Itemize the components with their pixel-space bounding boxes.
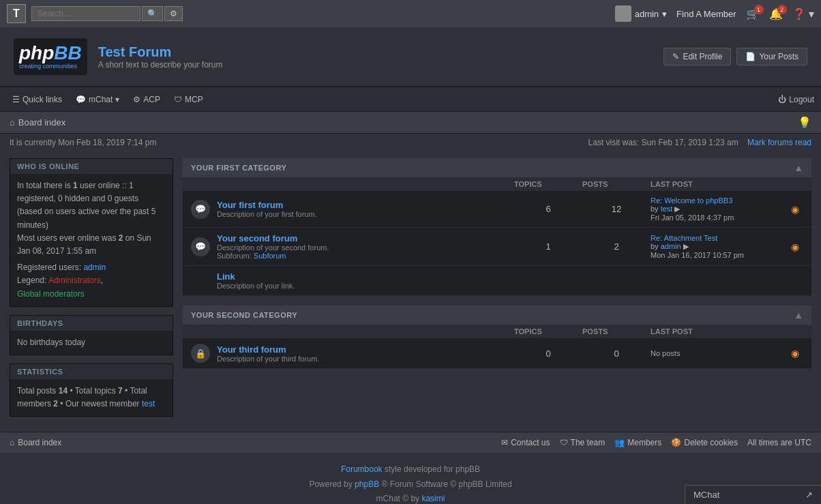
posts-count-1: 12 — [582, 204, 651, 214]
footer-bar: ⌂ Board index ✉ Contact us 🛡 The team 👥 … — [0, 432, 821, 453]
site-logo: T — [7, 4, 26, 23]
mcp-link[interactable]: 🛡 MCP — [168, 87, 209, 111]
posts-count-2: 2 — [582, 241, 651, 252]
acp-link[interactable]: ⚙ ACP — [128, 87, 166, 111]
forum-row-1: 💬 Your first forum Description of your f… — [183, 191, 811, 228]
forum-name-3[interactable]: Your third forum — [217, 344, 319, 355]
forum-info-3: 🔒 Your third forum Description of your t… — [191, 344, 514, 363]
legend-global-mod: Global moderators — [17, 289, 85, 299]
phpbb-link[interactable]: phpBB — [355, 479, 379, 489]
forum-icon-3: 🔒 — [191, 344, 210, 363]
forum-text-1: Your first forum Description of your fir… — [217, 200, 317, 218]
mark-forums-read-link[interactable]: Mark forums read — [747, 138, 811, 147]
delete-cookies-link[interactable]: 🍪 Delete cookies — [671, 438, 738, 447]
statistics-title: STATISTICS — [10, 364, 173, 379]
link-name-1[interactable]: Link — [217, 271, 235, 282]
search-input[interactable] — [31, 6, 140, 21]
collapse-cat2-icon[interactable]: ▲ — [794, 310, 803, 321]
phpbb-suffix: ® Forum Software © phpBB Limited — [381, 479, 511, 489]
edit-icon: ✎ — [672, 52, 679, 61]
category-1: YOUR FIRST CATEGORY ▲ TOPICS POSTS LAST … — [183, 158, 811, 296]
birthdays-title: BIRTHDAYS — [10, 316, 173, 331]
forum-desc-2: Description of your second forum. — [217, 243, 329, 252]
forum-row-2: 💬 Your second forum Description of your … — [183, 228, 811, 266]
the-team-link[interactable]: 🛡 The team — [560, 438, 606, 447]
last-visit-text: Last visit was: Sun Feb 17, 2019 1:23 am — [588, 138, 738, 147]
search-button[interactable]: 🔍 — [142, 6, 163, 21]
forum-info-1: 💬 Your first forum Description of your f… — [191, 200, 514, 219]
mchat-expand-button[interactable]: ↗ — [805, 490, 813, 500]
admin-user-menu[interactable]: admin ▾ — [615, 5, 667, 22]
phpbb-logo-text: phpBB — [19, 44, 82, 63]
who-online-title: WHO IS ONLINE — [10, 159, 173, 174]
posts-count-3: 0 — [582, 349, 651, 359]
birthdays-section: BIRTHDAYS No birthdays today — [10, 315, 173, 355]
feed-icon-1[interactable]: ◉ — [791, 204, 799, 215]
collapse-cat1-icon[interactable]: ▲ — [794, 162, 803, 173]
advanced-search-button[interactable]: ⚙ — [164, 6, 183, 21]
lastpost-col-header-2: LAST POST — [651, 327, 787, 336]
contact-us-link[interactable]: ✉ Contact us — [501, 438, 550, 447]
footer-board-index-link[interactable]: Board index — [18, 438, 61, 447]
acp-label: ACP — [143, 95, 160, 104]
admin-avatar — [615, 5, 631, 22]
forum-title-block: Test Forum A short text to describe your… — [98, 44, 223, 70]
last-post-2: Re: Attachment Test by admin ▶ Mon Jan 1… — [651, 234, 787, 259]
subforum-link-2[interactable]: Subforum — [254, 252, 286, 260]
last-post-by-1[interactable]: test — [661, 205, 673, 213]
logout-link[interactable]: ⏻ Logout — [778, 95, 814, 104]
forum-subtitle: A short text to describe your forum — [98, 60, 223, 70]
top-navigation: T 🔍 ⚙ admin ▾ Find A Member 🛒 1 🔔 2 ❓ ▾ — [0, 0, 821, 27]
last-post-title-1[interactable]: Re: Welcome to phpBB3 — [651, 196, 732, 205]
mchat-widget: MChat ↗ — [685, 485, 821, 504]
edit-profile-button[interactable]: ✎ Edit Profile — [663, 48, 731, 65]
feed-icon-3[interactable]: ◉ — [791, 348, 799, 359]
newest-member-link[interactable]: test — [142, 399, 155, 409]
feed-icon-2[interactable]: ◉ — [791, 241, 799, 252]
forum-name-1[interactable]: Your first forum — [217, 200, 317, 210]
last-post-date-1: Fri Jan 05, 2018 4:37 pm — [651, 213, 787, 222]
statistics-section: STATISTICS Total posts 14 • Total topics… — [10, 364, 173, 417]
forum-name-2[interactable]: Your second forum — [217, 233, 329, 243]
forum-row-3: 🔒 Your third forum Description of your t… — [183, 338, 811, 369]
birthdays-content: No birthdays today — [10, 331, 173, 355]
mchat-menu[interactable]: 💬 mChat ▾ — [70, 87, 125, 111]
forum-icon-1: 💬 — [191, 200, 210, 219]
team-icon: 🛡 — [560, 438, 568, 447]
registered-user-link[interactable]: admin — [83, 263, 106, 272]
last-post-1: Re: Welcome to phpBB3 by test ▶ Fri Jan … — [651, 196, 787, 222]
logout-label: Logout — [789, 95, 814, 104]
quick-links-icon: ☰ — [12, 95, 20, 104]
category-2-header: YOUR SECOND CATEGORY ▲ — [183, 306, 811, 325]
current-time: It is currently Mon Feb 18, 2019 7:14 pm — [10, 138, 156, 147]
board-index-link[interactable]: ⌂ Board index — [10, 117, 65, 128]
last-post-title-2[interactable]: Re: Attachment Test — [651, 234, 717, 242]
find-member-link[interactable]: Find A Member — [676, 9, 736, 19]
col-headers-1: TOPICS POSTS LAST POST — [183, 177, 811, 191]
notifications-button-1[interactable]: 🛒 1 — [746, 8, 760, 20]
forum-text-2: Your second forum Description of your se… — [217, 233, 329, 260]
notif-badge-1: 1 — [754, 5, 764, 14]
feed-col-header-2 — [787, 327, 803, 336]
category-2-title: YOUR SECOND CATEGORY — [191, 311, 297, 319]
last-visit-right: Last visit was: Sun Feb 17, 2019 1:23 am… — [588, 138, 812, 147]
your-posts-button[interactable]: 📄 Your Posts — [736, 48, 807, 65]
lightbulb-icon: 💡 — [798, 116, 811, 129]
members-link[interactable]: 👥 Members — [614, 438, 661, 447]
forum-desc-3: Description of your third forum. — [217, 355, 319, 363]
notifications-button-2[interactable]: 🔔 2 — [769, 8, 783, 20]
topics-count-2: 1 — [514, 241, 582, 252]
board-index-bar: ⌂ Board index 💡 — [0, 112, 821, 134]
forumbook-link[interactable]: Forumbook — [341, 464, 383, 474]
powered-by-text: Powered by — [309, 479, 355, 489]
mchat-label: mChat — [89, 95, 113, 104]
datetime-bar: It is currently Mon Feb 18, 2019 7:14 pm… — [0, 134, 821, 151]
help-button[interactable]: ❓ ▾ — [792, 8, 814, 20]
edit-profile-label: Edit Profile — [683, 52, 722, 61]
members-icon: 👥 — [614, 438, 625, 447]
last-post-by-2[interactable]: admin — [661, 242, 681, 250]
admin-name: admin — [635, 9, 659, 19]
quick-links-menu[interactable]: ☰ Quick links — [7, 87, 68, 111]
kasimi-link[interactable]: kasimi — [421, 494, 445, 503]
posts-col-header: POSTS — [582, 180, 651, 188]
